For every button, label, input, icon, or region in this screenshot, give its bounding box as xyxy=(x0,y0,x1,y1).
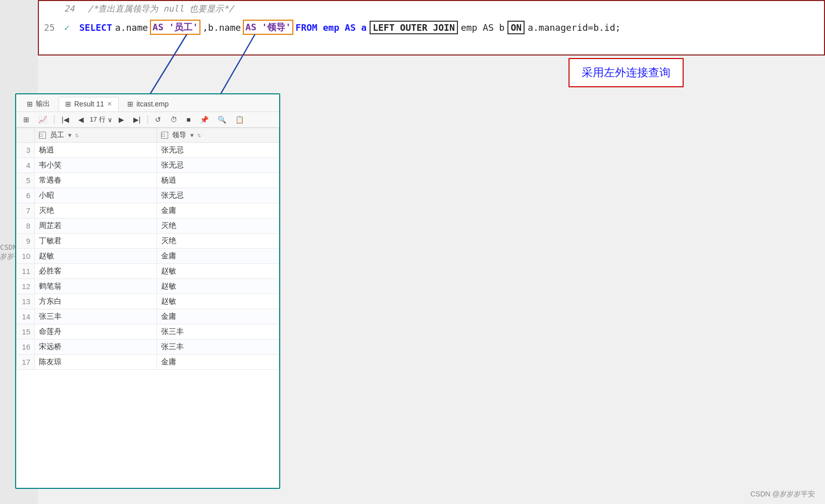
employee-cell: 小昭 xyxy=(35,188,157,203)
col-manager-header[interactable]: □ 领导 ▼ ⇅ xyxy=(157,128,279,143)
employee-sort-icon[interactable]: ⇅ xyxy=(75,133,79,138)
table-row: 12鹤笔翁赵敏 xyxy=(17,279,279,294)
line-number-25: 25 xyxy=(44,22,64,33)
code-editor: 24 /*查出直属领导为 null 也要显示*/ 25 ✓ SELECT a.n… xyxy=(38,0,825,55)
employee-cell: 周芷若 xyxy=(35,218,157,234)
a-name: a.name xyxy=(115,22,148,33)
manager-cell: 灭绝 xyxy=(157,234,279,249)
table-row: 6小昭张无忌 xyxy=(17,188,279,203)
join-keyword: LEFT OUTER JOIN xyxy=(370,21,458,34)
row-num-cell: 3 xyxy=(17,143,35,158)
pin-button[interactable]: 📌 xyxy=(197,114,212,125)
data-table-wrap[interactable]: □ 员工 ▼ ⇅ □ 领导 ▼ ⇅ 3杨逍张无忌4韦 xyxy=(16,128,279,478)
emp-b: emp AS b xyxy=(461,22,505,33)
employee-cell: 必胜客 xyxy=(35,264,157,279)
manager-cell: 张三丰 xyxy=(157,340,279,355)
search-button[interactable]: 🔍 xyxy=(215,114,229,125)
manager-cell: 金庸 xyxy=(157,249,279,264)
tab-result11-close[interactable]: ✕ xyxy=(107,100,112,107)
col-employee-header[interactable]: □ 员工 ▼ ⇅ xyxy=(35,128,157,143)
tab-result11-label: Result 11 xyxy=(74,100,104,108)
manager-filter-icon[interactable]: ▼ xyxy=(189,132,195,138)
result11-icon: ⊞ xyxy=(65,100,71,108)
table-row: 3杨逍张无忌 xyxy=(17,143,279,158)
manager-cell: 张无忌 xyxy=(157,158,279,173)
code-line-24: 24 /*查出直属领导为 null 也要显示*/ xyxy=(39,1,824,17)
employee-col-icon: □ xyxy=(39,132,46,139)
toolbar: ⊞ 📈 |◀ ◀ 17 行 ∨ ▶ ▶| ↺ ⏱ ■ 📌 🔍 📋 xyxy=(16,112,279,128)
row-num-cell: 7 xyxy=(17,203,35,218)
toolbar-separator-1 xyxy=(54,115,55,124)
watermark: CSDN @岁岁岁平安 xyxy=(750,490,815,499)
export-button[interactable]: 📋 xyxy=(232,114,247,125)
employee-cell: 陈友琼 xyxy=(35,355,157,370)
comment-text: /*查出直属领导为 null 也要显示*/ xyxy=(88,4,234,14)
tabs-bar: ⊞ 输出 ⊞ Result 11 ✕ ⊞ itcast.emp xyxy=(16,94,279,112)
stop-button[interactable]: ■ xyxy=(183,114,193,125)
manager-col-label: 领导 xyxy=(172,131,186,139)
table-row: 9丁敏君灭绝 xyxy=(17,234,279,249)
manager-cell: 金庸 xyxy=(157,309,279,324)
employee-cell: 命莲舟 xyxy=(35,324,157,340)
row-num-cell: 15 xyxy=(17,324,35,340)
employee-cell: 鹤笔翁 xyxy=(35,279,157,294)
last-row-button[interactable]: ▶| xyxy=(130,114,144,125)
row-num-cell: 13 xyxy=(17,294,35,309)
row-num-cell: 6 xyxy=(17,188,35,203)
row-dropdown-icon[interactable]: ∨ xyxy=(108,116,113,124)
employee-cell: 宋远桥 xyxy=(35,340,157,355)
prev-row-button[interactable]: ◀ xyxy=(75,114,87,125)
row-num-cell: 12 xyxy=(17,279,35,294)
row-num-cell: 14 xyxy=(17,309,35,324)
clock-button[interactable]: ⏱ xyxy=(167,114,180,125)
toolbar-separator-2 xyxy=(147,115,148,124)
table-row: 14张三丰金庸 xyxy=(17,309,279,324)
row-selector[interactable]: 17 行 ∨ xyxy=(90,115,113,124)
table-row: 8周芷若灭绝 xyxy=(17,218,279,234)
manager-cell: 张三丰 xyxy=(157,324,279,340)
keyword-select: SELECT xyxy=(79,22,112,33)
employee-cell: 常遇春 xyxy=(35,173,157,188)
main-container: CSDN @岁岁岁平安 24 /*查出直属领导为 null 也要显示*/ 25 … xyxy=(0,0,825,504)
grid-view-button[interactable]: ⊞ xyxy=(20,114,32,125)
manager-sort-icon[interactable]: ⇅ xyxy=(197,133,201,138)
manager-col-icon: □ xyxy=(161,132,168,139)
manager-cell: 赵敏 xyxy=(157,279,279,294)
on-keyword: ON xyxy=(507,21,525,34)
first-row-button[interactable]: |◀ xyxy=(59,114,72,125)
table-row: 10赵敏金庸 xyxy=(17,249,279,264)
chart-view-button[interactable]: 📈 xyxy=(35,114,50,125)
table-body: 3杨逍张无忌4韦小笑张无忌5常遇春杨逍6小昭张无忌7灭绝金庸8周芷若灭绝9丁敏君… xyxy=(17,143,279,370)
annotation-box: 采用左外连接查询 xyxy=(569,58,684,87)
row-count-label: 17 行 xyxy=(90,115,106,124)
next-row-button[interactable]: ▶ xyxy=(116,114,127,125)
refresh-button[interactable]: ↺ xyxy=(152,114,164,125)
employee-col-label: 员工 xyxy=(50,131,64,139)
row-num-cell: 16 xyxy=(17,340,35,355)
manager-cell: 张无忌 xyxy=(157,143,279,158)
employee-cell: 赵敏 xyxy=(35,249,157,264)
table-row: 15命莲舟张三丰 xyxy=(17,324,279,340)
employee-cell: 方东白 xyxy=(35,294,157,309)
table-row: 5常遇春杨逍 xyxy=(17,173,279,188)
line-number-24: 24 xyxy=(64,4,74,14)
keyword-from: FROM emp AS a xyxy=(295,22,367,33)
table-row: 11必胜客赵敏 xyxy=(17,264,279,279)
join-condition: a.managerid=b.id; xyxy=(528,22,621,33)
tab-result11[interactable]: ⊞ Result 11 ✕ xyxy=(59,97,119,111)
data-table: □ 员工 ▼ ⇅ □ 领导 ▼ ⇅ 3杨逍张无忌4韦 xyxy=(16,128,279,370)
employee-filter-icon[interactable]: ▼ xyxy=(67,132,73,138)
result-panel: ⊞ 输出 ⊞ Result 11 ✕ ⊞ itcast.emp ⊞ 📈 |◀ ◀… xyxy=(15,93,280,489)
row-num-cell: 9 xyxy=(17,234,35,249)
manager-cell: 金庸 xyxy=(157,355,279,370)
manager-cell: 赵敏 xyxy=(157,294,279,309)
output-icon: ⊞ xyxy=(27,100,33,108)
tab-itcast-label: itcast.emp xyxy=(136,100,169,108)
tab-output[interactable]: ⊞ 输出 xyxy=(20,96,57,111)
comma-bname: ,b.name xyxy=(202,22,241,33)
row-num-cell: 17 xyxy=(17,355,35,370)
tab-itcast[interactable]: ⊞ itcast.emp xyxy=(121,97,175,111)
row-num-cell: 8 xyxy=(17,218,35,234)
watermark-text: CSDN @岁岁岁平安 xyxy=(750,490,815,498)
table-row: 16宋远桥张三丰 xyxy=(17,340,279,355)
